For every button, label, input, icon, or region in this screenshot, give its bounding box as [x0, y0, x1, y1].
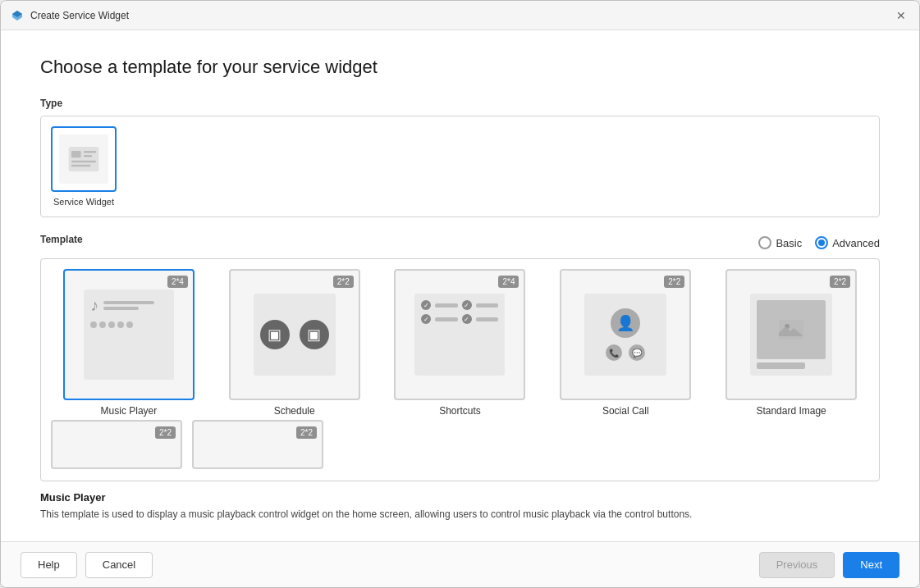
- template-size-schedule: 2*2: [333, 276, 354, 288]
- mp-dots: [90, 321, 133, 328]
- sched-circle-2: ▣: [300, 320, 329, 349]
- mp-dot-5: [126, 321, 133, 328]
- shortcut-row-1: ✓ ✓: [421, 300, 498, 310]
- social-btn-2: 💬: [629, 344, 645, 361]
- type-area: Service Widget: [40, 116, 880, 217]
- template-item-music-player[interactable]: 2*4 ♪: [51, 269, 207, 417]
- image-placeholder-icon: [779, 320, 803, 340]
- partial-row: 2*2 2*2: [51, 420, 869, 469]
- cancel-button[interactable]: Cancel: [85, 552, 153, 578]
- shortcut-check-3: ✓: [421, 314, 431, 324]
- radio-advanced[interactable]: Advanced: [815, 236, 880, 249]
- footer-right: Previous Next: [759, 552, 899, 578]
- template-area: 2*4 ♪: [40, 258, 880, 481]
- footer-left: Help Cancel: [21, 552, 153, 578]
- radio-group: Basic Advanced: [758, 236, 880, 249]
- schedule-preview: ▣ ▣: [254, 294, 336, 376]
- sched-circle-1: ▣: [260, 320, 290, 349]
- template-thumb-standard-image: 2*2: [725, 269, 857, 400]
- template-section-label: Template: [40, 234, 83, 245]
- description-section: Music Player This template is used to di…: [40, 481, 880, 525]
- template-thumb-music-player: 2*4 ♪: [63, 269, 195, 400]
- help-button[interactable]: Help: [21, 552, 77, 578]
- partial-thumb-2: 2*2: [192, 420, 323, 469]
- svg-rect-5: [71, 165, 90, 167]
- template-thumb-shortcuts: 2*4 ✓ ✓ ✓: [394, 269, 525, 400]
- previous-button[interactable]: Previous: [759, 552, 835, 578]
- app-icon: [11, 9, 24, 22]
- template-item-shortcuts[interactable]: 2*4 ✓ ✓ ✓: [382, 269, 538, 417]
- shortcut-bar-1: [435, 303, 458, 308]
- radio-basic-label: Basic: [776, 237, 802, 249]
- template-grid: 2*4 ♪: [51, 269, 869, 417]
- type-thumbnail-inner: [59, 134, 108, 184]
- social-avatar: 👤: [611, 308, 640, 338]
- window-title: Create Service Widget: [30, 10, 129, 21]
- type-item-service-widget[interactable]: Service Widget: [51, 126, 117, 207]
- template-item-standard-image[interactable]: 2*2: [713, 269, 869, 417]
- shortcuts-preview: ✓ ✓ ✓ ✓: [414, 294, 505, 376]
- type-section-label: Type: [40, 98, 880, 109]
- stdimg-bar: [757, 362, 805, 369]
- mp-note-icon: ♪: [90, 296, 98, 315]
- mp-dot-2: [99, 321, 106, 328]
- svg-rect-2: [84, 151, 96, 153]
- type-item-label: Service Widget: [53, 197, 114, 207]
- template-scroll[interactable]: 2*4 ♪: [41, 259, 879, 481]
- shortcut-bar-4: [476, 317, 499, 321]
- template-label-social-call: Social Call: [602, 405, 649, 417]
- social-call-preview: 👤 📞 💬: [584, 294, 666, 376]
- footer: Help Cancel Previous Next: [1, 541, 919, 587]
- template-thumb-social-call: 2*2 👤 📞 💬: [560, 269, 691, 400]
- mp-lines: [103, 301, 167, 310]
- mp-top: ♪: [90, 296, 167, 315]
- template-size-shortcuts: 2*4: [498, 276, 519, 288]
- mp-dot-3: [108, 321, 115, 328]
- template-item-schedule[interactable]: 2*2 ▣ ▣ Schedule: [217, 269, 373, 417]
- close-button[interactable]: ✕: [893, 7, 909, 24]
- mp-dot-4: [117, 321, 124, 328]
- shortcut-bar-3: [435, 317, 458, 321]
- main-window: Create Service Widget ✕ Choose a templat…: [0, 0, 920, 588]
- template-label-music-player: Music Player: [101, 405, 158, 417]
- mp-line-1: [103, 301, 154, 304]
- radio-basic[interactable]: Basic: [758, 236, 802, 249]
- svg-rect-3: [84, 155, 92, 157]
- sched-icon-2: ▣: [307, 326, 321, 344]
- mp-dot-1: [90, 321, 97, 328]
- radio-advanced-label: Advanced: [832, 237, 880, 249]
- title-bar: Create Service Widget ✕: [1, 1, 919, 30]
- template-label-shortcuts: Shortcuts: [439, 405, 481, 417]
- template-thumb-schedule: 2*2 ▣ ▣: [229, 269, 360, 400]
- description-text: This template is used to display a music…: [40, 507, 880, 522]
- stdimg-img: [757, 300, 826, 359]
- social-buttons: 📞 💬: [606, 344, 645, 361]
- page-heading: Choose a template for your service widge…: [40, 57, 880, 78]
- sched-icon-1: ▣: [268, 326, 281, 344]
- radio-advanced-circle: [815, 236, 828, 249]
- social-btn-1: 📞: [606, 344, 622, 361]
- template-item-social-call[interactable]: 2*2 👤 📞 💬 Social Call: [547, 269, 703, 417]
- svg-rect-4: [71, 161, 96, 163]
- template-size-social-call: 2*2: [664, 276, 684, 288]
- shortcut-row-2: ✓ ✓: [421, 314, 498, 324]
- partial-thumb-1: 2*2: [51, 420, 182, 469]
- template-size-standard-image: 2*2: [830, 276, 850, 288]
- music-player-preview: ♪: [84, 289, 174, 380]
- standard-image-preview: [750, 294, 832, 376]
- template-label-schedule: Schedule: [274, 405, 315, 417]
- title-bar-left: Create Service Widget: [11, 9, 129, 22]
- svg-rect-1: [71, 151, 81, 157]
- template-label-standard-image: Standard Image: [756, 405, 826, 417]
- partial-size-2: 2*2: [296, 426, 317, 439]
- shortcut-check-1: ✓: [421, 300, 431, 310]
- service-widget-icon: [67, 145, 100, 173]
- template-size-music-player: 2*4: [167, 276, 188, 288]
- type-thumbnail: [51, 126, 117, 192]
- shortcut-check-2: ✓: [462, 300, 472, 310]
- mp-line-2: [103, 307, 139, 310]
- partial-size-1: 2*2: [155, 426, 176, 439]
- shortcut-check-4: ✓: [462, 314, 472, 324]
- next-button[interactable]: Next: [843, 552, 899, 578]
- radio-basic-circle: [758, 236, 771, 249]
